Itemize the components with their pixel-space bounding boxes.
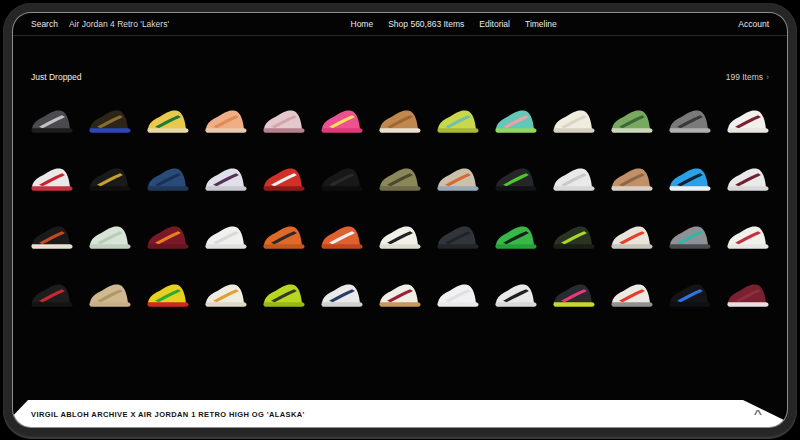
sneaker-thumb[interactable] xyxy=(139,92,197,150)
sneaker-thumb[interactable] xyxy=(23,150,81,208)
sneaker-thumb[interactable] xyxy=(313,150,371,208)
nav-item-timeline[interactable]: Timeline xyxy=(525,19,557,29)
sneaker-thumb[interactable] xyxy=(661,92,719,150)
sneaker-thumb[interactable] xyxy=(81,92,139,150)
top-nav: Search Air Jordan 4 Retro 'Lakers' Home … xyxy=(13,13,787,36)
sneaker-thumb[interactable] xyxy=(371,266,429,324)
sneaker-icon xyxy=(609,105,655,137)
sneaker-icon xyxy=(667,163,713,195)
sneaker-icon xyxy=(609,279,655,311)
sneaker-thumb[interactable] xyxy=(545,266,603,324)
section-header: Just Dropped 199 Items › xyxy=(13,72,787,82)
sneaker-icon xyxy=(261,221,307,253)
sneaker-thumb[interactable] xyxy=(197,208,255,266)
sneaker-icon xyxy=(261,105,307,137)
sneaker-icon xyxy=(319,105,365,137)
sneaker-icon xyxy=(87,221,133,253)
sneaker-thumb[interactable] xyxy=(139,266,197,324)
sneaker-icon xyxy=(725,163,771,195)
sneaker-thumb[interactable] xyxy=(661,150,719,208)
bottom-drawer[interactable]: VIRGIL ABLOH ARCHIVE X AIR JORDAN 1 RETR… xyxy=(13,400,787,427)
device-frame: Search Air Jordan 4 Retro 'Lakers' Home … xyxy=(3,3,797,437)
chevron-up-icon[interactable]: ^ xyxy=(754,412,762,417)
sneaker-icon xyxy=(551,221,597,253)
sneaker-thumb[interactable] xyxy=(661,208,719,266)
sneaker-icon xyxy=(87,163,133,195)
sneaker-icon xyxy=(29,163,75,195)
items-count-label: 199 Items xyxy=(726,72,763,82)
chevron-right-icon: › xyxy=(766,73,769,82)
items-count-link[interactable]: 199 Items › xyxy=(726,72,769,82)
sneaker-thumb[interactable] xyxy=(603,150,661,208)
sneaker-thumb[interactable] xyxy=(81,208,139,266)
sneaker-thumb[interactable] xyxy=(719,150,777,208)
sneaker-icon xyxy=(261,163,307,195)
sneaker-thumb[interactable] xyxy=(313,208,371,266)
sneaker-thumb[interactable] xyxy=(429,208,487,266)
sneaker-icon xyxy=(551,105,597,137)
sneaker-thumb[interactable] xyxy=(661,266,719,324)
sneaker-thumb[interactable] xyxy=(603,266,661,324)
sneaker-icon xyxy=(87,105,133,137)
sneaker-icon xyxy=(667,221,713,253)
sneaker-thumb[interactable] xyxy=(313,92,371,150)
sneaker-thumb[interactable] xyxy=(313,266,371,324)
sneaker-thumb[interactable] xyxy=(23,208,81,266)
sneaker-thumb[interactable] xyxy=(487,208,545,266)
sneaker-icon xyxy=(377,221,423,253)
nav-item-shop[interactable]: Shop 560,863 Items xyxy=(388,19,464,29)
sneaker-thumb[interactable] xyxy=(255,92,313,150)
search-query-input[interactable]: Air Jordan 4 Retro 'Lakers' xyxy=(69,19,169,29)
sneaker-icon xyxy=(493,279,539,311)
sneaker-thumb[interactable] xyxy=(197,92,255,150)
sneaker-thumb[interactable] xyxy=(371,208,429,266)
search-button[interactable]: Search xyxy=(31,19,58,29)
sneaker-icon xyxy=(261,279,307,311)
sneaker-icon xyxy=(29,221,75,253)
sneaker-thumb[interactable] xyxy=(23,266,81,324)
nav-center: Home Shop 560,863 Items Editorial Timeli… xyxy=(169,19,738,29)
nav-right: Account xyxy=(738,19,769,29)
sneaker-thumb[interactable] xyxy=(197,150,255,208)
sneaker-icon xyxy=(725,221,771,253)
sneaker-icon xyxy=(29,105,75,137)
account-button[interactable]: Account xyxy=(738,19,769,29)
sneaker-thumb[interactable] xyxy=(255,266,313,324)
sneaker-icon xyxy=(435,221,481,253)
nav-item-editorial[interactable]: Editorial xyxy=(479,19,510,29)
sneaker-thumb[interactable] xyxy=(545,92,603,150)
sneaker-thumb[interactable] xyxy=(487,92,545,150)
sneaker-thumb[interactable] xyxy=(139,208,197,266)
sneaker-icon xyxy=(435,163,481,195)
sneaker-thumb[interactable] xyxy=(81,150,139,208)
sneaker-thumb[interactable] xyxy=(487,266,545,324)
app-screen: Search Air Jordan 4 Retro 'Lakers' Home … xyxy=(12,12,788,428)
sneaker-thumb[interactable] xyxy=(487,150,545,208)
sneaker-thumb[interactable] xyxy=(429,266,487,324)
sneaker-thumb[interactable] xyxy=(545,150,603,208)
sneaker-thumb[interactable] xyxy=(603,208,661,266)
sneaker-thumb[interactable] xyxy=(81,266,139,324)
sneaker-icon xyxy=(493,163,539,195)
sneaker-icon xyxy=(551,163,597,195)
sneaker-thumb[interactable] xyxy=(719,208,777,266)
sneaker-thumb[interactable] xyxy=(139,150,197,208)
sneaker-icon xyxy=(725,105,771,137)
sneaker-thumb[interactable] xyxy=(371,92,429,150)
sneaker-icon xyxy=(87,279,133,311)
sneaker-thumb[interactable] xyxy=(545,208,603,266)
sneaker-thumb[interactable] xyxy=(197,266,255,324)
sneaker-thumb[interactable] xyxy=(371,150,429,208)
sneaker-icon xyxy=(667,279,713,311)
sneaker-icon xyxy=(435,279,481,311)
sneaker-thumb[interactable] xyxy=(429,92,487,150)
sneaker-thumb[interactable] xyxy=(719,266,777,324)
sneaker-icon xyxy=(145,163,191,195)
sneaker-thumb[interactable] xyxy=(255,208,313,266)
sneaker-thumb[interactable] xyxy=(255,150,313,208)
nav-item-home[interactable]: Home xyxy=(351,19,374,29)
sneaker-thumb[interactable] xyxy=(603,92,661,150)
sneaker-thumb[interactable] xyxy=(23,92,81,150)
sneaker-thumb[interactable] xyxy=(429,150,487,208)
sneaker-thumb[interactable] xyxy=(719,92,777,150)
